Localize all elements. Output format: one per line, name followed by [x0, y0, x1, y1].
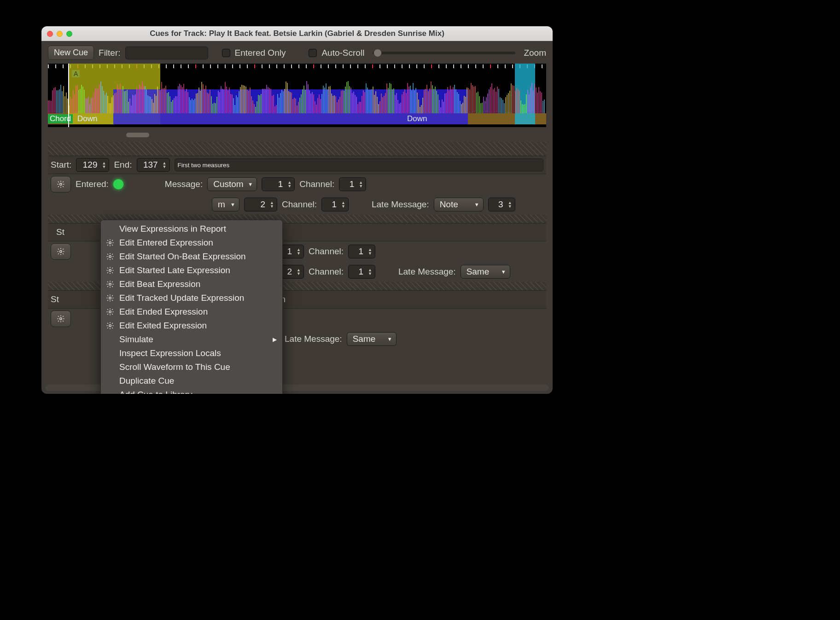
- gear-icon: [105, 322, 115, 330]
- c1-ch2-label: Channel:: [309, 267, 344, 277]
- filter-input[interactable]: [125, 47, 208, 59]
- menu-item-9[interactable]: Inspect Expression Locals: [101, 346, 282, 360]
- gear-icon: [105, 294, 115, 302]
- svg-point-8: [109, 311, 111, 313]
- message2-type-select[interactable]: m▼: [212, 198, 239, 211]
- menu-item-3[interactable]: Edit Started Late Expression: [101, 263, 282, 277]
- waveform-scrollbar[interactable]: [48, 133, 546, 137]
- message-num-spinner[interactable]: 1▲▼: [262, 177, 295, 191]
- gear-icon: [57, 180, 65, 188]
- playhead[interactable]: [68, 64, 69, 127]
- label-down-2[interactable]: Down: [405, 114, 429, 123]
- gear-icon: [105, 280, 115, 288]
- gear-icon: [105, 239, 115, 247]
- cue-0-row-2: m▼ 2▲▼ Channel: 1▲▼ Late Message: Note▼ …: [48, 194, 546, 215]
- gear-button-1[interactable]: [51, 243, 71, 260]
- menu-item-6[interactable]: Edit Ended Expression: [101, 305, 282, 319]
- menu-item-label: Add Cue to Library: [119, 390, 192, 394]
- menu-item-label: Inspect Expression Locals: [119, 348, 221, 358]
- gear-button[interactable]: [51, 176, 71, 193]
- gear-icon: [105, 308, 115, 316]
- menu-item-label: Edit Beat Expression: [119, 279, 200, 289]
- svg-point-4: [109, 256, 111, 258]
- minimize-icon[interactable]: [57, 31, 63, 37]
- menu-item-2[interactable]: Edit Started On-Beat Expression: [101, 250, 282, 263]
- toolbar: New Cue Filter: Entered Only Auto-Scroll…: [41, 41, 553, 64]
- menu-item-1[interactable]: Edit Entered Expression: [101, 236, 282, 250]
- menu-item-5[interactable]: Edit Tracked Update Expression: [101, 291, 282, 305]
- c1-late-select[interactable]: Same▼: [461, 265, 510, 279]
- menu-item-label: Edit Started Late Expression: [119, 265, 230, 275]
- gear-icon: [57, 247, 65, 256]
- auto-scroll-checkbox[interactable]: [309, 49, 317, 57]
- menu-item-label: Simulate: [119, 334, 153, 345]
- gear-icon: [105, 252, 115, 261]
- zoom-slider[interactable]: [373, 52, 515, 54]
- filter-label: Filter:: [99, 48, 121, 58]
- menu-item-12[interactable]: Add Cue to Library: [101, 388, 282, 394]
- entered-only-checkbox[interactable]: [222, 49, 230, 57]
- chevron-down-icon: ▼: [248, 181, 253, 187]
- menu-item-11[interactable]: Duplicate Cue: [101, 374, 282, 388]
- entered-only-label: Entered Only: [235, 48, 286, 58]
- auto-scroll-label: Auto-Scroll: [321, 48, 364, 58]
- cue-0-row-1: Entered: Message: Custom▼ 1▲▼ Channel: 1…: [48, 174, 546, 194]
- titlebar: Cues for Track: Play It Back feat. Betsi…: [41, 26, 553, 41]
- c1-ch2-spinner[interactable]: 1▲▼: [348, 265, 375, 279]
- label-down-1[interactable]: Down: [76, 114, 99, 123]
- context-menu: View Expressions in ReportEdit Entered E…: [100, 220, 283, 394]
- c1-ch-label: Channel:: [309, 246, 344, 257]
- gear-button-2[interactable]: [51, 310, 71, 327]
- gear-icon: [57, 315, 65, 323]
- entered-indicator: [113, 179, 123, 189]
- late-num-spinner[interactable]: 3▲▼: [488, 198, 515, 211]
- window-title: Cues for Track: Play It Back feat. Betsi…: [41, 29, 553, 38]
- c2-late-select[interactable]: Same▼: [347, 332, 397, 346]
- message2-num-spinner[interactable]: 2▲▼: [244, 198, 277, 211]
- late-type-select[interactable]: Note▼: [434, 198, 484, 211]
- chevron-down-icon: ▼: [102, 165, 106, 169]
- menu-item-label: Edit Tracked Update Expression: [119, 293, 244, 303]
- close-icon[interactable]: [47, 31, 53, 37]
- entered-label: Entered:: [76, 179, 109, 189]
- svg-point-2: [60, 318, 62, 320]
- start-spinner[interactable]: 129▲▼: [76, 158, 109, 172]
- waveform-view[interactable]: A Chord Down Down: [48, 64, 546, 127]
- new-cue-button[interactable]: New Cue: [48, 46, 94, 60]
- slider-knob[interactable]: [373, 49, 382, 57]
- svg-point-3: [109, 242, 111, 244]
- cue-comment-input[interactable]: [175, 158, 544, 171]
- menu-item-label: Scroll Waveform to This Cue: [119, 362, 230, 372]
- menu-item-label: Edit Entered Expression: [119, 238, 213, 248]
- svg-point-1: [60, 251, 62, 253]
- label-chord[interactable]: Chord: [48, 114, 73, 123]
- start-label-1: St: [56, 227, 64, 237]
- c1-late-label: Late Message:: [398, 267, 456, 277]
- late-label: Late Message:: [372, 199, 429, 210]
- channel2-spinner[interactable]: 1▲▼: [321, 198, 349, 211]
- gap: [48, 142, 546, 156]
- menu-item-0[interactable]: View Expressions in Report: [101, 222, 282, 236]
- menu-item-7[interactable]: Edit Exited Expression: [101, 319, 282, 333]
- menu-item-4[interactable]: Edit Beat Expression: [101, 277, 282, 291]
- menu-item-10[interactable]: Scroll Waveform to This Cue: [101, 360, 282, 374]
- menu-item-label: View Expressions in Report: [119, 224, 226, 234]
- zoom-icon[interactable]: [66, 31, 72, 37]
- marker-a[interactable]: A: [72, 70, 80, 77]
- channel2-label: Channel:: [282, 199, 317, 210]
- channel-label: Channel:: [299, 179, 334, 189]
- channel-spinner[interactable]: 1▲▼: [339, 177, 366, 191]
- menu-item-8[interactable]: Simulate▶: [101, 333, 282, 346]
- end-spinner[interactable]: 137▲▼: [137, 158, 170, 172]
- message-label: Message:: [165, 179, 203, 189]
- c2-late-label: Late Message:: [285, 334, 342, 344]
- svg-point-9: [109, 325, 111, 327]
- menu-item-label: Edit Exited Expression: [119, 321, 207, 331]
- message-type-select[interactable]: Custom▼: [207, 177, 257, 191]
- c1-ch-spinner[interactable]: 1▲▼: [348, 245, 375, 258]
- svg-point-0: [60, 183, 62, 186]
- svg-point-7: [109, 297, 111, 299]
- menu-item-label: Edit Started On-Beat Expression: [119, 252, 246, 262]
- menu-item-label: Edit Ended Expression: [119, 307, 208, 317]
- svg-point-6: [109, 283, 111, 286]
